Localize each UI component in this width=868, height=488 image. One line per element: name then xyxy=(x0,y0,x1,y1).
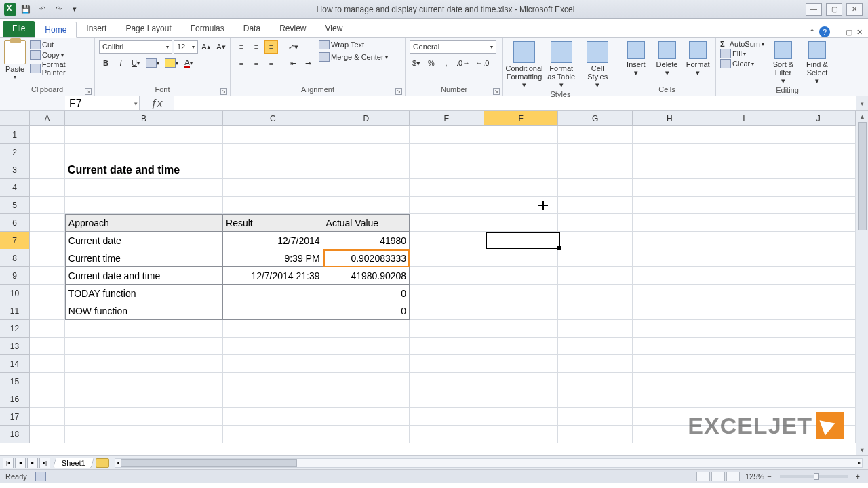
col-header-E[interactable]: E xyxy=(410,111,484,126)
cell-G12[interactable] xyxy=(558,320,633,338)
cell-J14[interactable] xyxy=(781,355,856,373)
tab-review[interactable]: Review xyxy=(270,21,315,37)
cell-F7[interactable] xyxy=(484,232,559,249)
cell-A7[interactable] xyxy=(30,232,65,249)
paste-icon[interactable] xyxy=(4,40,26,64)
close-button[interactable]: ✕ xyxy=(846,3,863,16)
underline-button[interactable]: U▾ xyxy=(129,56,142,70)
row-header-4[interactable]: 4 xyxy=(0,179,30,197)
select-all-corner[interactable] xyxy=(0,111,30,126)
wrap-text-button[interactable]: Wrap Text xyxy=(319,40,388,49)
row-header-14[interactable]: 14 xyxy=(0,355,30,373)
cell-D15[interactable] xyxy=(323,373,410,390)
row-header-11[interactable]: 11 xyxy=(0,302,30,320)
cell-C6[interactable]: Result xyxy=(223,214,323,232)
tab-page-layout[interactable]: Page Layout xyxy=(116,21,180,37)
cell-C10[interactable] xyxy=(223,285,323,302)
cell-F5[interactable] xyxy=(484,197,559,214)
cell-G18[interactable] xyxy=(558,426,633,443)
col-header-D[interactable]: D xyxy=(323,111,410,126)
col-header-I[interactable]: I xyxy=(707,111,782,126)
cell-F4[interactable] xyxy=(484,179,559,197)
cell-E1[interactable] xyxy=(410,126,484,144)
alignment-launcher-icon[interactable]: ↘ xyxy=(395,88,402,95)
row-header-17[interactable]: 17 xyxy=(0,408,30,426)
cell-F14[interactable] xyxy=(484,355,559,373)
cell-C5[interactable] xyxy=(223,197,323,214)
number-launcher-icon[interactable]: ↘ xyxy=(493,88,500,95)
italic-button[interactable]: I xyxy=(114,56,127,70)
find-select-button[interactable]: Find & Select▾ xyxy=(802,40,832,86)
scroll-thumb[interactable] xyxy=(858,122,867,230)
minimize-ribbon-icon[interactable]: ⌃ xyxy=(809,28,815,37)
sheet-tab-sheet1[interactable]: Sheet1 xyxy=(53,458,94,468)
cell-B10[interactable]: TODAY function xyxy=(65,285,223,302)
cell-J1[interactable] xyxy=(781,126,856,144)
row-header-13[interactable]: 13 xyxy=(0,338,30,355)
formula-input[interactable] xyxy=(174,96,856,110)
cell-J16[interactable] xyxy=(781,390,856,408)
cell-G9[interactable] xyxy=(558,267,633,285)
col-header-C[interactable]: C xyxy=(223,111,323,126)
cell-C4[interactable] xyxy=(223,179,323,197)
cell-I2[interactable] xyxy=(707,144,782,161)
cell-F15[interactable] xyxy=(484,373,559,390)
conditional-formatting-button[interactable]: Conditional Formatting▾ xyxy=(507,40,541,90)
cell-J7[interactable] xyxy=(781,232,856,249)
cell-A17[interactable] xyxy=(30,408,65,426)
cell-A3[interactable] xyxy=(30,161,65,179)
cell-C13[interactable] xyxy=(223,338,323,355)
row-header-18[interactable]: 18 xyxy=(0,426,30,443)
fx-icon[interactable]: ƒx xyxy=(140,96,174,110)
align-middle-icon[interactable]: ≡ xyxy=(250,40,263,54)
row-header-7[interactable]: 7 xyxy=(0,232,30,249)
cell-C1[interactable] xyxy=(223,126,323,144)
orientation-icon[interactable]: ⤢▾ xyxy=(286,40,300,54)
zoom-level[interactable]: 125% xyxy=(745,472,764,481)
first-sheet-icon[interactable]: |◂ xyxy=(3,458,14,468)
cell-D3[interactable] xyxy=(323,161,410,179)
cell-E11[interactable] xyxy=(410,302,484,320)
cell-C18[interactable] xyxy=(223,426,323,443)
cell-F9[interactable] xyxy=(484,267,559,285)
cell-G15[interactable] xyxy=(558,373,633,390)
formula-expand-icon[interactable]: ▾ xyxy=(856,96,868,110)
column-headers[interactable]: ABCDEFGHIJ xyxy=(30,111,856,126)
cell-A16[interactable] xyxy=(30,390,65,408)
font-name-dropdown[interactable]: Calibri▾ xyxy=(99,40,172,54)
number-format-dropdown[interactable]: General▾ xyxy=(410,40,496,54)
maximize-button[interactable]: ▢ xyxy=(826,3,842,16)
autosum-button[interactable]: Σ AutoSum▾ xyxy=(720,40,764,48)
tab-insert[interactable]: Insert xyxy=(77,21,116,37)
cell-E5[interactable] xyxy=(410,197,484,214)
cell-C7[interactable]: 12/7/2014 xyxy=(223,232,323,249)
zoom-in-icon[interactable]: + xyxy=(853,472,863,481)
cell-grid[interactable]: Current date and timeApproachResultActua… xyxy=(30,126,856,455)
next-sheet-icon[interactable]: ▸ xyxy=(27,458,38,468)
cell-J4[interactable] xyxy=(781,179,856,197)
cell-E9[interactable] xyxy=(410,267,484,285)
increase-indent-icon[interactable]: ⇥ xyxy=(301,56,315,70)
cell-B16[interactable] xyxy=(65,390,223,408)
doc-minimize-icon[interactable]: — xyxy=(834,28,842,36)
cell-D11[interactable]: 0 xyxy=(323,302,410,320)
row-headers[interactable]: 123456789101112131415161718 xyxy=(0,126,30,443)
fill-button[interactable]: Fill▾ xyxy=(720,49,764,58)
cell-H2[interactable] xyxy=(633,144,707,161)
zoom-slider[interactable] xyxy=(780,475,848,478)
cell-J11[interactable] xyxy=(781,302,856,320)
font-size-dropdown[interactable]: 12▾ xyxy=(174,40,198,54)
delete-cells-button[interactable]: Delete▾ xyxy=(654,40,681,78)
cell-B4[interactable] xyxy=(65,179,223,197)
cell-H12[interactable] xyxy=(633,320,707,338)
paste-button[interactable]: Paste xyxy=(5,65,24,73)
cell-B13[interactable] xyxy=(65,338,223,355)
cell-C8[interactable]: 9:39 PM xyxy=(223,249,323,267)
grow-font-icon[interactable]: A▴ xyxy=(199,40,213,54)
undo-icon[interactable]: ↶ xyxy=(35,3,49,16)
cell-B3[interactable]: Current date and time xyxy=(65,161,223,179)
redo-icon[interactable]: ↷ xyxy=(52,3,65,16)
merge-center-button[interactable]: Merge & Center▾ xyxy=(319,52,388,62)
zoom-out-icon[interactable]: − xyxy=(764,472,774,481)
align-left-icon[interactable]: ≡ xyxy=(235,56,248,70)
